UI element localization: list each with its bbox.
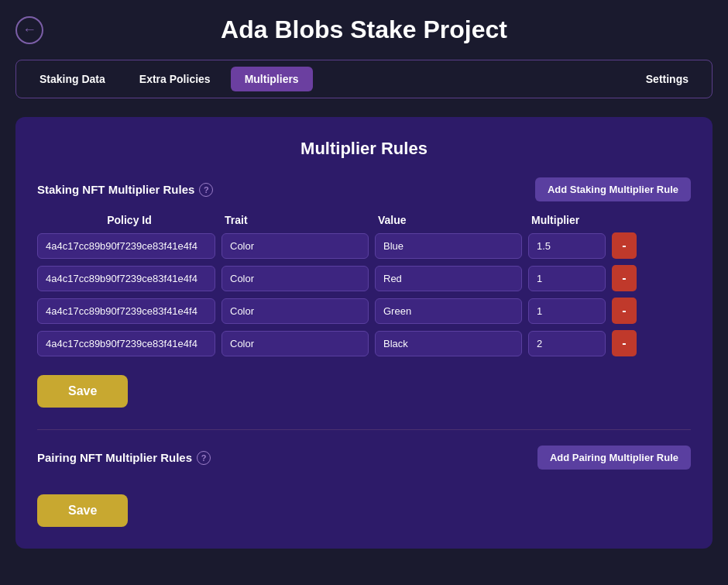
table-row: - <box>37 330 691 356</box>
staking-section-header: Staking NFT Multiplier Rules ? Add Staki… <box>37 177 691 201</box>
policy-id-input-1[interactable] <box>37 233 215 259</box>
remove-row-1-button[interactable]: - <box>612 232 637 259</box>
col-trait: Trait <box>225 214 372 226</box>
pairing-section-label: Pairing NFT Multiplier Rules ? <box>37 451 211 465</box>
tab-extra-policies[interactable]: Extra Policies <box>125 67 225 91</box>
multiplier-input-3[interactable] <box>528 298 606 324</box>
trait-input-4[interactable] <box>221 331 369 356</box>
col-multiplier: Multiplier <box>531 214 609 226</box>
page-container: ← Ada Blobs Stake Project Staking Data E… <box>0 0 728 585</box>
header: ← Ada Blobs Stake Project <box>15 15 713 44</box>
pairing-save-button[interactable]: Save <box>37 494 128 527</box>
remove-row-2-button[interactable]: - <box>612 265 637 291</box>
table-row: - <box>37 232 691 259</box>
add-staking-rule-button[interactable]: Add Staking Multiplier Rule <box>535 177 691 201</box>
policy-id-input-4[interactable] <box>37 331 215 356</box>
pairing-section: Pairing NFT Multiplier Rules ? Add Pairi… <box>37 446 691 533</box>
staking-save-button[interactable]: Save <box>37 375 128 408</box>
multiplier-input-2[interactable] <box>528 266 606 291</box>
value-input-3[interactable] <box>375 298 522 324</box>
table-header: Policy Id Trait Value Multiplier <box>37 214 691 226</box>
trait-input-3[interactable] <box>221 298 369 324</box>
staking-save-container: Save <box>37 363 691 414</box>
nav-tabs: Staking Data Extra Policies Multipliers <box>26 67 632 91</box>
card-title: Multiplier Rules <box>37 139 691 159</box>
back-button[interactable]: ← <box>15 16 43 44</box>
trait-input-1[interactable] <box>221 233 369 259</box>
remove-row-3-button[interactable]: - <box>612 298 637 324</box>
col-value: Value <box>378 214 525 226</box>
settings-button[interactable]: Settings <box>632 67 702 91</box>
multiplier-input-4[interactable] <box>528 331 606 356</box>
pairing-help-icon[interactable]: ? <box>197 451 211 465</box>
pairing-section-header: Pairing NFT Multiplier Rules ? Add Pairi… <box>37 446 691 470</box>
multiplier-input-1[interactable] <box>528 233 606 259</box>
value-input-4[interactable] <box>375 331 522 356</box>
policy-id-input-3[interactable] <box>37 298 215 324</box>
table-row: - <box>37 265 691 291</box>
tab-multipliers[interactable]: Multipliers <box>231 67 313 91</box>
page-title: Ada Blobs Stake Project <box>221 15 507 44</box>
nav-bar: Staking Data Extra Policies Multipliers … <box>15 60 713 98</box>
value-input-2[interactable] <box>375 266 522 291</box>
trait-input-2[interactable] <box>221 266 369 291</box>
tab-staking-data[interactable]: Staking Data <box>26 67 119 91</box>
staking-section-label: Staking NFT Multiplier Rules ? <box>37 183 213 197</box>
policy-id-input-2[interactable] <box>37 266 215 291</box>
pairing-save-container: Save <box>37 482 691 533</box>
main-card: Multiplier Rules Staking NFT Multiplier … <box>15 117 713 549</box>
col-action <box>615 214 654 226</box>
value-input-1[interactable] <box>375 233 522 259</box>
table-row: - <box>37 298 691 324</box>
section-divider <box>37 429 691 430</box>
staking-help-icon[interactable]: ? <box>199 183 213 197</box>
col-policy-id: Policy Id <box>40 214 218 226</box>
remove-row-4-button[interactable]: - <box>612 330 637 356</box>
add-pairing-rule-button[interactable]: Add Pairing Multiplier Rule <box>537 446 691 470</box>
